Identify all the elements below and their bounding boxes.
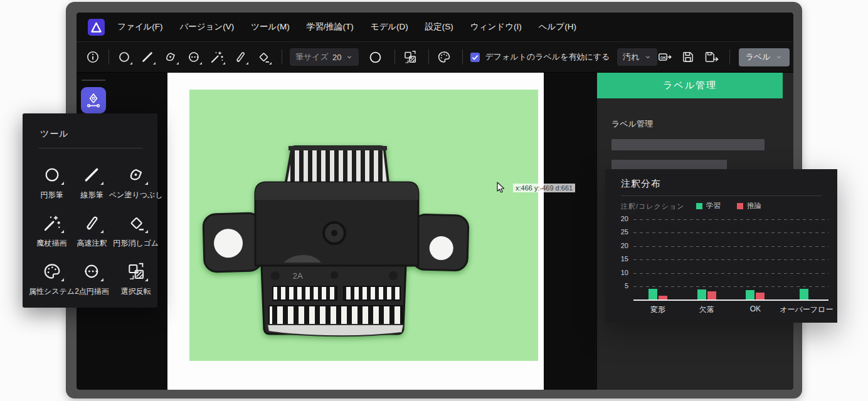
bar-推論 [756, 293, 765, 299]
toolbar-divider [729, 49, 730, 65]
label-menu-button[interactable]: ラベル [739, 48, 790, 66]
two-point-circle-icon [82, 261, 102, 281]
palette-tool-quick-annotation[interactable]: 高速注釈 [75, 203, 109, 251]
palette-icon[interactable] [437, 49, 452, 65]
menu-settings[interactable]: 設定(S) [425, 21, 453, 33]
magic-wand-icon[interactable] [209, 49, 225, 65]
two-point-circle-icon[interactable] [186, 49, 201, 65]
palette-tool-circle-eraser[interactable]: 円形消しゴム [109, 203, 163, 251]
bar-学習 [800, 289, 808, 299]
bar-学習 [746, 290, 754, 299]
menu-help[interactable]: ヘルプ(H) [539, 21, 576, 33]
bar-group [731, 290, 780, 299]
palette-tool-pen-fill[interactable]: ペン塗りつぶし [109, 155, 163, 203]
line-brush-icon [82, 165, 102, 185]
brush-size-label: 筆サイズ [295, 51, 329, 63]
annotation-distribution-panel: 注釈分布 注釈/コレクション 学習 推論 20 25 20 15 10 5 変形… [605, 169, 837, 323]
default-label-checkbox[interactable] [470, 53, 480, 62]
active-pen-tool-button[interactable] [81, 87, 106, 113]
palette-tool-circle-brush[interactable]: 円形筆 [29, 155, 75, 203]
bar-推論 [707, 291, 716, 299]
brush-size-value: 20 [332, 53, 341, 62]
toolbar-divider [462, 49, 463, 65]
chart-legend: 学習 推論 [696, 201, 761, 211]
cursor-coordinates-readout: x:466 y:-469 d:661 [513, 184, 575, 192]
info-icon[interactable] [85, 49, 100, 65]
legend-item-train: 学習 [696, 201, 721, 211]
circle-brush-icon[interactable] [117, 49, 132, 65]
save-icon[interactable] [680, 49, 696, 65]
menu-train-infer[interactable]: 学習/推論(T) [307, 21, 354, 33]
brush-size-dropdown[interactable]: 筆サイズ 20 [290, 48, 359, 66]
legend-swatch-infer [737, 203, 743, 209]
line-brush-icon[interactable] [140, 49, 155, 65]
bar-学習 [648, 289, 657, 299]
bar-学習 [697, 289, 706, 299]
chevron-down-icon [346, 53, 353, 61]
app-logo-icon [88, 19, 105, 36]
default-label-value: 汚れ [623, 51, 639, 63]
quick-annotation-brush-icon[interactable] [233, 49, 248, 65]
tool-palette-divider [39, 148, 142, 148]
ok-and-next-icon[interactable] [657, 49, 672, 65]
palette-icon [42, 261, 62, 281]
segmentation-mask-region[interactable]: 2A x:466 y:-469 d:661 [189, 90, 538, 361]
chart-x-axis [633, 299, 828, 301]
brush-icon [82, 213, 102, 233]
palette-tool-attribute-system[interactable]: 属性システム [29, 251, 75, 299]
menu-bar: ファイル(F) バージョン(V) ツール(M) 学習/推論(T) モデル(D) … [77, 13, 793, 41]
chart-categories: 変形 欠落 OK オーバーフロー [633, 305, 828, 315]
toolbar: 筆サイズ 20 デフォルトのラベルを有効にする 汚れ [77, 41, 793, 73]
palette-tool-invert-selection[interactable]: 選択反転 [109, 251, 163, 299]
toolbar-divider [282, 49, 282, 65]
menu-tools[interactable]: ツール(M) [251, 21, 289, 33]
invert-selection-icon[interactable] [403, 49, 418, 65]
invert-selection-icon [126, 261, 146, 281]
default-label-dropdown[interactable]: 汚れ [617, 48, 657, 66]
chevron-down-icon [644, 53, 652, 61]
toolbar-divider [394, 49, 395, 65]
magic-wand-icon [42, 213, 62, 233]
chevron-down-icon [775, 53, 783, 61]
pen-fill-icon[interactable] [163, 49, 178, 65]
palette-tool-line-brush[interactable]: 線形筆 [75, 155, 109, 203]
pen-fill-icon [126, 165, 146, 185]
connector-part-image: 2A [189, 90, 538, 361]
image-canvas[interactable]: 2A x:466 y:-469 d:661 [167, 73, 544, 390]
chart-axis-caption: 注釈/コレクション [621, 202, 685, 211]
menu-window[interactable]: ウィンドウ(I) [470, 21, 522, 33]
legend-item-infer: 推論 [737, 201, 761, 211]
eraser-icon[interactable] [256, 49, 271, 65]
circle-brush-icon [42, 165, 62, 185]
toolbar-divider [109, 49, 109, 65]
panel-section-title: ラベル管理 [611, 118, 793, 130]
part-marking-text: 2A [293, 271, 304, 281]
tool-palette-popup: ツール 円形筆 線形筆 ペン塗りつぶし 魔杖描画 高速注釈 [23, 113, 157, 308]
eraser-icon [126, 213, 146, 233]
pen-tool-icon [85, 92, 102, 108]
save-and-next-icon[interactable] [704, 49, 719, 65]
chart-divider [621, 195, 822, 196]
palette-tool-magic-wand[interactable]: 魔杖描画 [29, 203, 75, 251]
tool-palette-title: ツール [40, 128, 157, 140]
screenshot-stage: ファイル(F) バージョン(V) ツール(M) 学習/推論(T) モデル(D) … [0, 0, 868, 401]
bar-group [633, 289, 682, 299]
bar-group [682, 289, 731, 299]
menu-file[interactable]: ファイル(F) [117, 21, 163, 33]
sidebar-divider [82, 80, 105, 81]
brush-preview-circle [367, 49, 384, 66]
menu-model[interactable]: モデル(D) [371, 21, 408, 33]
chart-bars [633, 216, 828, 299]
chart-title: 注釈分布 [621, 178, 661, 190]
toolbar-divider [428, 49, 429, 65]
bar-group [780, 289, 828, 299]
chart-plot-area: 20 25 20 15 10 5 [633, 216, 828, 301]
panel-header: ラベル管理 [597, 73, 783, 98]
tool-palette-grid: 円形筆 線形筆 ペン塗りつぶし 魔杖描画 高速注釈 円形消しゴム [29, 155, 154, 299]
legend-swatch-train [696, 203, 702, 209]
label-list-placeholder-row [611, 139, 765, 150]
menu-version[interactable]: バージョン(V) [180, 21, 235, 33]
palette-tool-two-point-circle[interactable]: 2点円描画 [75, 251, 109, 299]
default-label-checkbox-label: デフォルトのラベルを有効にする [485, 51, 610, 63]
mouse-cursor-icon [494, 181, 505, 194]
